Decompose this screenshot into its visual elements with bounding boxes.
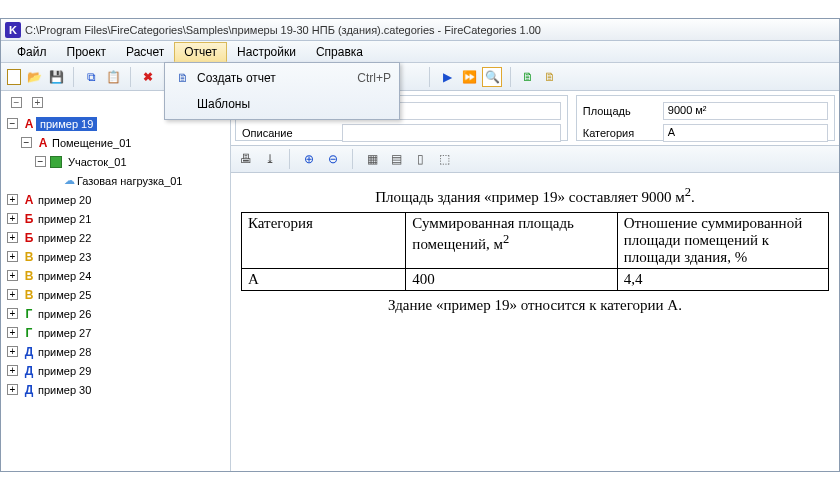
tree-node-room[interactable]: − А Помещение_01 <box>7 133 228 152</box>
tree-label: пример 24 <box>36 270 91 282</box>
tree-node-section[interactable]: − Участок_01 <box>7 152 228 171</box>
menu-templates[interactable]: Шаблоны <box>167 91 397 117</box>
tree-item[interactable]: +Дпример 28 <box>7 342 228 361</box>
tree-label: пример 30 <box>36 384 91 396</box>
tree-item[interactable]: +Дпример 29 <box>7 361 228 380</box>
shortcut-label: Ctrl+P <box>357 71 391 85</box>
th-category: Категория <box>242 213 406 269</box>
category-letter: Д <box>22 364 36 378</box>
td-category: А <box>242 269 406 291</box>
category-letter: Д <box>22 345 36 359</box>
tree-expander[interactable]: − <box>7 118 18 129</box>
tree-item[interactable]: +Гпример 26 <box>7 304 228 323</box>
tree-label: пример 20 <box>36 194 91 206</box>
tree-expander[interactable]: + <box>7 308 18 319</box>
tree-expander[interactable]: + <box>7 327 18 338</box>
report-title: Площадь здания «пример 19» составляет 90… <box>241 185 829 206</box>
paste-icon[interactable]: 📋 <box>104 68 122 86</box>
menu-help[interactable]: Справка <box>306 42 373 62</box>
tree-expander[interactable]: + <box>7 232 18 243</box>
expand-all-icon[interactable]: + <box>32 97 43 108</box>
category-letter: В <box>22 269 36 283</box>
menu-report[interactable]: Отчет <box>174 42 227 62</box>
app-icon: K <box>5 22 21 38</box>
report-preview: Площадь здания «пример 19» составляет 90… <box>231 173 839 322</box>
tree-expander[interactable]: − <box>35 156 46 167</box>
tree-label: пример 23 <box>36 251 91 263</box>
new-icon[interactable] <box>7 69 21 85</box>
area-label: Площадь <box>583 105 663 117</box>
tree-item[interactable]: +Бпример 21 <box>7 209 228 228</box>
category-letter: Д <box>22 383 36 397</box>
zoom-out-icon[interactable]: ⊖ <box>324 150 342 168</box>
menu-file[interactable]: Файл <box>7 42 57 62</box>
tree-label: Участок_01 <box>66 156 127 168</box>
view-2-icon[interactable]: ▤ <box>387 150 405 168</box>
menu-create-report[interactable]: 🗎 Создать отчет Ctrl+P <box>167 65 397 91</box>
category-letter: Б <box>22 212 36 226</box>
print-icon[interactable]: 🖶 <box>237 150 255 168</box>
fast-forward-icon[interactable]: ⏩ <box>460 68 478 86</box>
tree-expander[interactable]: + <box>7 289 18 300</box>
view-3-icon[interactable]: ▯ <box>411 150 429 168</box>
tree-expander[interactable]: + <box>7 213 18 224</box>
tree-expander[interactable]: + <box>7 365 18 376</box>
tree-label: пример 21 <box>36 213 91 225</box>
report-menu-dropdown: 🗎 Создать отчет Ctrl+P Шаблоны <box>164 62 400 120</box>
tree-node-load[interactable]: ☁ Газовая нагрузка_01 <box>7 171 228 190</box>
zoom-icon[interactable]: 🔍 <box>482 67 502 87</box>
desc-field[interactable] <box>342 124 561 142</box>
save-icon[interactable]: 💾 <box>47 68 65 86</box>
menu-project[interactable]: Проект <box>57 42 117 62</box>
th-area: Суммированная площадь помещений, м2 <box>406 213 617 269</box>
app-window: K C:\Program Files\FireCategories\Sample… <box>0 18 840 472</box>
menu-settings[interactable]: Настройки <box>227 42 306 62</box>
zoom-in-icon[interactable]: ⊕ <box>300 150 318 168</box>
delete-icon[interactable]: ✖ <box>139 68 157 86</box>
copy-icon[interactable]: ⧉ <box>82 68 100 86</box>
tree-expander[interactable]: + <box>7 251 18 262</box>
menu-calc[interactable]: Расчет <box>116 42 174 62</box>
doc-icon[interactable]: 🗎 <box>519 68 537 86</box>
desc-label: Описание <box>242 127 342 139</box>
preview-toolbar: 🖶 ⤓ ⊕ ⊖ ▦ ▤ ▯ ⬚ <box>231 145 839 173</box>
tree-item[interactable]: +Бпример 22 <box>7 228 228 247</box>
category-letter: Б <box>22 231 36 245</box>
export-icon[interactable]: ⤓ <box>261 150 279 168</box>
play-icon[interactable]: ▶ <box>438 68 456 86</box>
tree-expander[interactable]: + <box>7 384 18 395</box>
tree-expander[interactable]: + <box>7 346 18 357</box>
tree-expander[interactable]: + <box>7 270 18 281</box>
open-icon[interactable]: 📂 <box>25 68 43 86</box>
category-field[interactable]: А <box>663 124 828 142</box>
tree-expander[interactable]: − <box>21 137 32 148</box>
category-letter: А <box>22 193 36 207</box>
tree-item[interactable]: +Впример 23 <box>7 247 228 266</box>
properties-right: Площадь 9000 м² Категория А <box>576 95 835 141</box>
window-title: C:\Program Files\FireCategories\Samples\… <box>25 24 541 36</box>
tree-item[interactable]: +Дпример 30 <box>7 380 228 399</box>
category-letter: В <box>22 250 36 264</box>
tree-item[interactable]: +Впример 24 <box>7 266 228 285</box>
tree-label: пример 25 <box>36 289 91 301</box>
document-icon: 🗎 <box>173 71 193 85</box>
tree-item[interactable]: +Гпример 27 <box>7 323 228 342</box>
collapse-all-icon[interactable]: − <box>11 97 22 108</box>
td-ratio: 4,4 <box>617 269 828 291</box>
gas-load-icon: ☁ <box>64 174 75 187</box>
view-4-icon[interactable]: ⬚ <box>435 150 453 168</box>
category-letter: А <box>36 136 50 150</box>
tree-label: Помещение_01 <box>50 137 131 149</box>
area-field[interactable]: 9000 м² <box>663 102 828 120</box>
category-letter: Г <box>22 326 36 340</box>
report-conclusion: Здание «пример 19» относится к категории… <box>241 297 829 314</box>
category-letter: А <box>22 117 36 131</box>
tree-item[interactable]: +Впример 25 <box>7 285 228 304</box>
td-area: 400 <box>406 269 617 291</box>
menu-item-label: Шаблоны <box>193 97 391 111</box>
view-1-icon[interactable]: ▦ <box>363 150 381 168</box>
tree-expander[interactable]: + <box>7 194 18 205</box>
tree-item[interactable]: +Апример 20 <box>7 190 228 209</box>
report-table: Категория Суммированная площадь помещени… <box>241 212 829 291</box>
report-icon[interactable]: 🗎 <box>541 68 559 86</box>
